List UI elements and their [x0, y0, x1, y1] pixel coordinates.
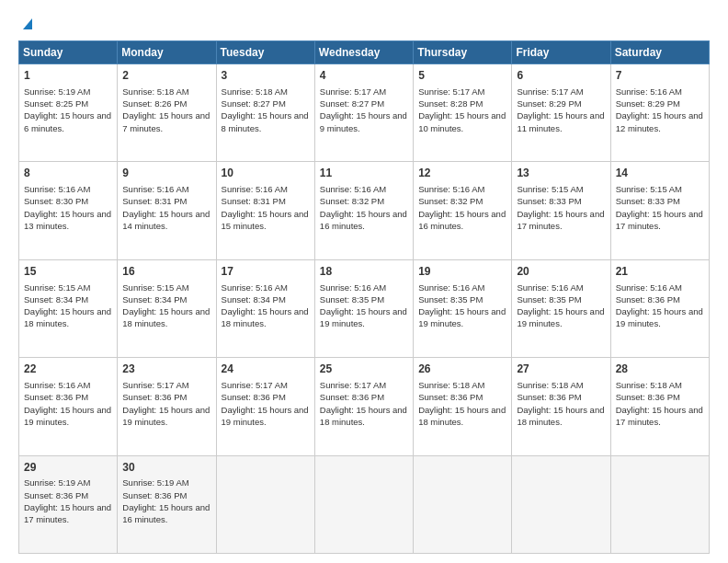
sunset: Sunset: 8:33 PM	[616, 196, 680, 206]
sunrise: Sunrise: 5:17 AM	[320, 86, 386, 97]
calendar-cell: 18Sunrise: 5:16 AMSunset: 8:35 PMDayligh…	[314, 259, 413, 357]
calendar-cell	[216, 455, 314, 553]
week-row-3: 15Sunrise: 5:15 AMSunset: 8:34 PMDayligh…	[19, 259, 710, 357]
header	[18, 17, 710, 31]
daylight: Daylight: 15 hours and 14 minutes.	[122, 209, 210, 231]
day-number: 5	[418, 68, 506, 84]
calendar-cell: 12Sunrise: 5:16 AMSunset: 8:32 PMDayligh…	[414, 162, 512, 259]
calendar-cell: 6Sunrise: 5:17 AMSunset: 8:29 PMDaylight…	[512, 64, 610, 162]
days-header-row: SundayMondayTuesdayWednesdayThursdayFrid…	[19, 41, 710, 64]
daylight: Daylight: 15 hours and 18 minutes.	[24, 306, 111, 328]
calendar-cell: 30Sunrise: 5:19 AMSunset: 8:36 PMDayligh…	[118, 455, 216, 553]
calendar-cell: 7Sunrise: 5:16 AMSunset: 8:29 PMDaylight…	[610, 64, 709, 162]
sunset: Sunset: 8:36 PM	[616, 392, 680, 402]
sunrise: Sunrise: 5:19 AM	[122, 477, 188, 488]
sunrise: Sunrise: 5:18 AM	[418, 380, 484, 390]
calendar-cell: 13Sunrise: 5:15 AMSunset: 8:33 PMDayligh…	[512, 162, 610, 259]
logo	[18, 17, 35, 31]
day-number: 1	[24, 68, 112, 84]
day-number: 24	[222, 362, 310, 377]
calendar-cell: 25Sunrise: 5:17 AMSunset: 8:36 PMDayligh…	[314, 358, 413, 455]
day-number: 2	[122, 68, 210, 84]
sunset: Sunset: 8:30 PM	[24, 196, 88, 206]
day-number: 16	[122, 264, 210, 280]
day-header-tuesday: Tuesday	[216, 41, 314, 64]
day-number: 3	[222, 68, 310, 84]
sunrise: Sunrise: 5:18 AM	[222, 86, 288, 97]
day-number: 23	[122, 362, 210, 377]
day-number: 17	[222, 264, 310, 280]
daylight: Daylight: 15 hours and 11 minutes.	[517, 110, 604, 132]
sunrise: Sunrise: 5:17 AM	[517, 86, 583, 97]
sunset: Sunset: 8:34 PM	[24, 294, 88, 304]
day-header-saturday: Saturday	[610, 41, 709, 64]
day-number: 25	[320, 362, 408, 377]
sunset: Sunset: 8:34 PM	[222, 294, 286, 304]
calendar-cell: 21Sunrise: 5:16 AMSunset: 8:36 PMDayligh…	[610, 259, 709, 357]
sunrise: Sunrise: 5:16 AM	[320, 282, 386, 293]
sunset: Sunset: 8:36 PM	[122, 392, 187, 402]
day-number: 13	[517, 166, 605, 181]
sunset: Sunset: 8:35 PM	[418, 294, 483, 304]
day-number: 6	[517, 68, 605, 84]
day-number: 11	[320, 166, 408, 181]
sunrise: Sunrise: 5:15 AM	[122, 282, 188, 293]
sunrise: Sunrise: 5:16 AM	[616, 86, 682, 97]
page: SundayMondayTuesdayWednesdayThursdayFrid…	[0, 0, 728, 563]
calendar-cell: 27Sunrise: 5:18 AMSunset: 8:36 PMDayligh…	[512, 358, 610, 455]
calendar-cell: 23Sunrise: 5:17 AMSunset: 8:36 PMDayligh…	[118, 358, 216, 455]
day-number: 29	[24, 460, 112, 476]
sunset: Sunset: 8:27 PM	[320, 98, 384, 109]
calendar-cell	[512, 455, 610, 553]
sunrise: Sunrise: 5:16 AM	[616, 282, 682, 293]
daylight: Daylight: 15 hours and 18 minutes.	[418, 405, 506, 427]
calendar-cell: 5Sunrise: 5:17 AMSunset: 8:28 PMDaylight…	[414, 64, 512, 162]
sunrise: Sunrise: 5:19 AM	[24, 477, 90, 488]
day-number: 26	[418, 362, 506, 377]
day-number: 21	[616, 264, 704, 280]
sunrise: Sunrise: 5:19 AM	[24, 86, 90, 97]
sunset: Sunset: 8:34 PM	[122, 294, 187, 304]
sunrise: Sunrise: 5:16 AM	[24, 380, 90, 390]
sunset: Sunset: 8:36 PM	[24, 490, 88, 500]
sunset: Sunset: 8:36 PM	[418, 392, 483, 402]
sunrise: Sunrise: 5:17 AM	[122, 380, 188, 390]
week-row-5: 29Sunrise: 5:19 AMSunset: 8:36 PMDayligh…	[19, 455, 710, 553]
day-header-sunday: Sunday	[19, 41, 118, 64]
calendar-cell: 8Sunrise: 5:16 AMSunset: 8:30 PMDaylight…	[19, 162, 118, 259]
day-number: 7	[616, 68, 704, 84]
daylight: Daylight: 15 hours and 13 minutes.	[24, 209, 111, 231]
calendar-cell: 2Sunrise: 5:18 AMSunset: 8:26 PMDaylight…	[118, 64, 216, 162]
day-number: 9	[122, 166, 210, 181]
calendar-cell: 19Sunrise: 5:16 AMSunset: 8:35 PMDayligh…	[414, 259, 512, 357]
daylight: Daylight: 15 hours and 9 minutes.	[320, 110, 407, 132]
calendar-header: SundayMondayTuesdayWednesdayThursdayFrid…	[19, 41, 710, 64]
sunset: Sunset: 8:36 PM	[517, 392, 581, 402]
sunrise: Sunrise: 5:15 AM	[517, 184, 583, 194]
daylight: Daylight: 15 hours and 6 minutes.	[24, 110, 111, 132]
sunrise: Sunrise: 5:18 AM	[122, 86, 188, 97]
sunset: Sunset: 8:35 PM	[320, 294, 384, 304]
sunset: Sunset: 8:36 PM	[122, 490, 187, 500]
day-number: 10	[222, 166, 310, 181]
sunrise: Sunrise: 5:15 AM	[24, 282, 90, 293]
sunset: Sunset: 8:32 PM	[418, 196, 483, 206]
sunset: Sunset: 8:36 PM	[320, 392, 384, 402]
daylight: Daylight: 15 hours and 12 minutes.	[616, 110, 703, 132]
calendar-cell: 20Sunrise: 5:16 AMSunset: 8:35 PMDayligh…	[512, 259, 610, 357]
daylight: Daylight: 15 hours and 18 minutes.	[517, 405, 604, 427]
day-header-thursday: Thursday	[414, 41, 512, 64]
sunrise: Sunrise: 5:15 AM	[616, 184, 682, 194]
calendar-cell: 10Sunrise: 5:16 AMSunset: 8:31 PMDayligh…	[216, 162, 314, 259]
daylight: Daylight: 15 hours and 18 minutes.	[122, 306, 210, 328]
daylight: Daylight: 15 hours and 19 minutes.	[24, 405, 111, 427]
logo-triangle-icon	[19, 17, 34, 31]
sunrise: Sunrise: 5:16 AM	[320, 184, 386, 194]
daylight: Daylight: 15 hours and 17 minutes.	[616, 405, 703, 427]
day-number: 18	[320, 264, 408, 280]
daylight: Daylight: 15 hours and 19 minutes.	[616, 306, 703, 328]
day-number: 4	[320, 68, 408, 84]
daylight: Daylight: 15 hours and 8 minutes.	[222, 110, 309, 132]
daylight: Daylight: 15 hours and 15 minutes.	[222, 209, 309, 231]
sunrise: Sunrise: 5:18 AM	[517, 380, 583, 390]
